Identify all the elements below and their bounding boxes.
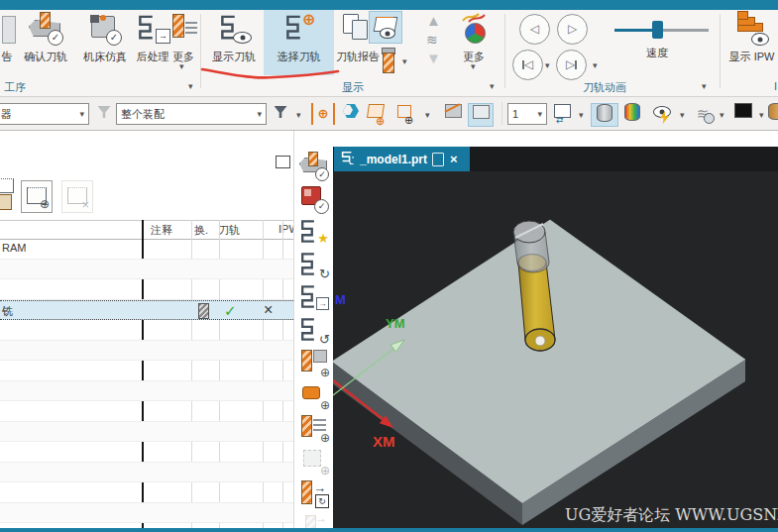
table-header[interactable]: 注释换.刀轨IPW (0, 220, 293, 240)
list-toolpath-icon[interactable]: ↻ (299, 315, 329, 345)
window-swap-dropdown[interactable]: ▾ (579, 110, 584, 120)
select-toolpath-icon: ⊕ (281, 12, 317, 46)
shaded-display-icon[interactable] (591, 103, 618, 127)
display-more-dropdown[interactable]: ▾ (471, 62, 476, 71)
column-header[interactable]: 注释 (151, 223, 172, 238)
play-backward-button[interactable]: ◁ (519, 14, 550, 45)
table-row[interactable] (0, 361, 293, 381)
table-row[interactable] (0, 279, 293, 300)
layers-icon[interactable]: ≋ (426, 32, 438, 48)
viewport-tab-bar: _model1.prt × (333, 147, 778, 171)
table-row[interactable] (0, 463, 293, 483)
table-row[interactable] (0, 381, 293, 402)
filter-box-dropdown[interactable]: ▾ (296, 110, 301, 120)
sheet-value: 1 (508, 108, 533, 120)
background-dropdown[interactable]: ▾ (759, 110, 764, 120)
create-geometry-icon[interactable]: ⊕ (299, 380, 329, 410)
move-up-icon[interactable]: ▲ (426, 12, 441, 29)
bolt-eye-dropdown[interactable]: ▾ (680, 110, 685, 120)
restore-window-button[interactable] (276, 156, 290, 168)
step-end-dropdown[interactable]: ▾ (593, 61, 598, 70)
graphics-window[interactable]: _model1.prt × (333, 147, 778, 528)
table-row[interactable] (0, 320, 293, 341)
model-scene[interactable]: XM YM M UG爱好者论坛 WWW.UGSNX.COM (333, 171, 778, 528)
table-row[interactable] (0, 260, 293, 280)
bolt-eye-icon[interactable] (648, 103, 676, 125)
window-swap-icon[interactable]: ⇄ (550, 103, 574, 125)
sheet-combo[interactable]: 1 ▾ (507, 103, 547, 125)
create-program-icon[interactable]: ⊕ (299, 446, 329, 476)
tool-display-dropdown[interactable]: ▾ (402, 57, 407, 66)
selection-bar: 器 ▾ 整个装配 ▾ ▾ ⊕ ⊕ ⊕ ▾ 1 ▾ ⇄ ▾ ▾ ≋ (0, 97, 778, 131)
table-row[interactable] (0, 442, 293, 463)
simulate-machine-icon[interactable]: ✓ (299, 184, 329, 214)
square-target-icon[interactable]: ⊕ (392, 103, 416, 125)
close-window-button[interactable]: × (61, 180, 93, 213)
post-process-button[interactable]: → 后处理 (133, 10, 172, 75)
box-target-icon[interactable]: ⊕ (364, 103, 388, 125)
post-process-icon: → (135, 12, 170, 46)
select-toolpath-button[interactable]: ⊕ 选择刀轨 (264, 10, 334, 75)
column-header[interactable]: 换. (194, 223, 208, 238)
speed-slider[interactable] (614, 20, 709, 44)
find-in-navigator-button[interactable]: ⊕ (21, 180, 53, 213)
tab-close-icon[interactable]: × (450, 152, 458, 166)
bottom-strip (0, 528, 778, 532)
filter-box-icon[interactable] (269, 103, 292, 125)
clipped-tree-icon[interactable] (0, 176, 16, 212)
shaded-box-icon[interactable] (441, 103, 465, 125)
generate-toolpath-icon[interactable]: →↻ (299, 479, 329, 508)
gouge-check-icon[interactable]: → (299, 511, 329, 528)
hexagon-snap-icon[interactable] (339, 103, 363, 125)
2d-dynamic-ipw-icon[interactable] (369, 11, 402, 44)
display-group-dropdown[interactable]: ▾ (490, 81, 495, 91)
display-more-button[interactable]: 更多 ▾ (452, 10, 496, 75)
ipw-missing-icon: × (264, 301, 273, 319)
anim-group-dropdown[interactable]: ▾ (702, 81, 707, 91)
play-forward-button[interactable]: ▷ (557, 14, 588, 45)
show-ipw-button[interactable]: 显示 IPW (725, 10, 778, 75)
table-row[interactable] (0, 341, 293, 362)
background-color-icon[interactable] (730, 103, 756, 125)
machine-simulation-button[interactable]: ✓ 机床仿真 (75, 10, 135, 75)
move-down-icon[interactable]: ▼ (426, 50, 441, 66)
column-header[interactable]: 刀轨 (218, 223, 240, 238)
table-row[interactable] (0, 503, 293, 524)
snap-scope-icon[interactable]: ⊕ (311, 103, 335, 125)
slider-handle[interactable] (652, 21, 663, 39)
layers-gear-icon[interactable]: ≋ (690, 103, 716, 125)
display-group-label: 显示 (342, 80, 364, 95)
step-to-end-button[interactable]: ▷ (556, 50, 587, 80)
selection-scope-combo[interactable]: 整个装配 ▾ (116, 103, 267, 125)
show-toolpath-icon (216, 12, 252, 46)
edit-toolpath-icon[interactable]: ★ (299, 217, 329, 247)
op-more-button[interactable]: 更多 ▾ (168, 10, 198, 75)
type-filter-combo[interactable]: 器 ▾ (0, 103, 89, 125)
verify-toolpath-icon[interactable]: ✓ (299, 152, 329, 181)
assembly-box-icon[interactable] (468, 103, 494, 127)
customize-icon[interactable] (768, 103, 778, 125)
replay-toolpath-icon[interactable]: ↻ (299, 250, 329, 279)
filter-reset-icon[interactable] (92, 103, 116, 125)
create-tool-icon[interactable]: ⊕ (299, 348, 329, 377)
rendering-style-icon[interactable] (619, 103, 645, 125)
table-row[interactable] (0, 482, 293, 503)
op-more-dropdown[interactable]: ▾ (179, 62, 184, 71)
show-toolpath-button[interactable]: 显示刀轨 (204, 10, 264, 75)
clipped-report-button[interactable]: 告 (0, 10, 14, 75)
square-target-dropdown[interactable]: ▾ (425, 110, 430, 120)
step-start-dropdown[interactable]: ▾ (545, 61, 550, 70)
post-process-icon[interactable]: → (299, 282, 329, 312)
layers-gear-dropdown[interactable]: ▾ (720, 110, 724, 120)
table-row[interactable]: RAM (0, 239, 293, 260)
part-tab[interactable]: _model1.prt × (334, 147, 470, 171)
confirm-toolpath-button[interactable]: ✓ 确认刀轨 (16, 10, 75, 75)
table-row[interactable] (0, 401, 293, 422)
table-row[interactable]: 铣✓× (0, 300, 293, 321)
type-filter-value: 器 (0, 107, 11, 122)
tool-display-button[interactable] (375, 46, 400, 75)
table-row[interactable] (0, 422, 293, 443)
create-method-icon[interactable]: ⊕ (299, 413, 329, 443)
step-to-start-button[interactable]: ◁ (512, 50, 543, 80)
op-group-dropdown[interactable]: ▾ (188, 81, 193, 91)
